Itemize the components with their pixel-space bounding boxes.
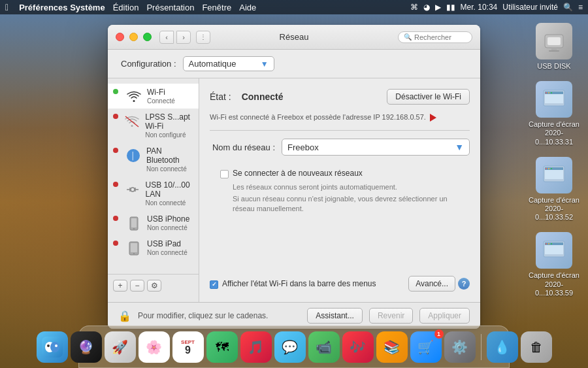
grid-menubar-icon[interactable]: ≡ (578, 3, 583, 12)
status-value: Connecté (242, 92, 284, 102)
sidebar-item-iphone[interactable]: USB iPhone Non connecté (108, 210, 199, 235)
sidebar-lan-name: USB 10/...00 LAN (146, 180, 192, 199)
screenshot1-label: Capture d'écran 2020-0...10.33.31 (528, 120, 580, 146)
svg-rect-12 (545, 167, 563, 170)
maximize-button[interactable] (143, 33, 152, 41)
sidebar-item-ipad[interactable]: USB iPad Non connecté (108, 235, 199, 260)
dock-launchpad[interactable]: 🚀 (105, 331, 136, 363)
config-label: Configuration : (121, 59, 176, 69)
svg-point-7 (546, 92, 547, 93)
svg-point-14 (548, 168, 549, 169)
assistant-button[interactable]: Assistant... (307, 308, 363, 324)
sidebar-ipad-status: Non connecté (147, 249, 188, 256)
minimize-button[interactable] (129, 33, 138, 41)
apple-menu[interactable]:  (5, 2, 8, 12)
sidebar-wifi-name: Wi-Fi (147, 88, 175, 97)
network-select-value: Freebox (287, 142, 455, 152)
desktop-icon-screenshot1[interactable]: Capture d'écran 2020-0...10.33.31 (528, 81, 580, 146)
config-select-value: Automatique (189, 59, 255, 69)
lpss-icon (124, 114, 140, 129)
remove-network-button[interactable]: − (130, 280, 144, 292)
svg-point-25 (131, 188, 135, 192)
svg-point-21 (551, 243, 552, 244)
right-panel: État : Connecté Désactiver le Wi-Fi Wi-F… (199, 78, 480, 302)
avance-button[interactable]: Avancé... (408, 276, 455, 292)
grid-view-button[interactable]: ⋮ (196, 31, 210, 44)
desktop-icon-screenshot3[interactable]: Capture d'écran 2020-0...10.33.59 (528, 232, 580, 297)
menu-aide[interactable]: Aide (239, 3, 256, 12)
menu-fenetre[interactable]: Fenêtre (202, 3, 231, 12)
desktop-icon-usb[interactable]: USB DISK (528, 23, 580, 71)
sidebar-bottom-controls: + − ⚙ (108, 274, 199, 297)
sidebar-ipad-text: USB iPad Non connecté (147, 239, 188, 256)
network-settings-button[interactable]: ⚙ (147, 280, 161, 292)
dock-items: 🔮 🚀 🌸 SEPT 9 🗺 🎵 (37, 331, 552, 365)
dock-messages[interactable]: 💬 (274, 331, 306, 363)
dock-itunes[interactable]: 🎵 (240, 331, 272, 363)
disable-wifi-button[interactable]: Désactiver le Wi-Fi (387, 89, 470, 105)
back-button[interactable]: ‹ (159, 31, 174, 44)
arrow-indicator-icon (430, 114, 436, 122)
window-titlebar: ‹ › ⋮ Réseau 🔍 (108, 25, 480, 50)
status-row: État : Connecté Désactiver le Wi-Fi (210, 89, 470, 105)
ipad-icon (126, 241, 142, 256)
svg-point-15 (551, 168, 552, 169)
dock-maps[interactable]: 🗺 (206, 331, 238, 363)
sidebar-bluetooth-text: PAN Bluetooth Non connecté (146, 146, 192, 173)
config-select-arrow: ▼ (261, 59, 269, 69)
svg-point-9 (551, 92, 552, 93)
svg-point-13 (546, 168, 547, 169)
sidebar-item-wifi[interactable]: Wi-Fi Connecté (108, 84, 199, 109)
sidebar-item-lpss[interactable]: LPSS S...apt Wi-Fi Non configuré (108, 109, 199, 142)
svg-rect-29 (131, 218, 137, 227)
sidebar-item-lan[interactable]: USB 10/...00 LAN Non connecté (108, 176, 199, 210)
menu-presentation[interactable]: Présentation (146, 3, 194, 12)
dock-books[interactable]: 📚 (376, 331, 408, 363)
menu-edition[interactable]: Édition (113, 3, 139, 12)
window-title: Réseau (280, 32, 309, 42)
desktop-icon-screenshot2[interactable]: Capture d'écran 2020-0...10.33.52 (528, 157, 580, 222)
lan-icon (125, 182, 140, 197)
window-content: Configuration : Automatique ▼ (108, 50, 480, 329)
dock-music[interactable]: 🎶 (342, 331, 374, 363)
show-menubar-row: Afficher l'état Wi-Fi dans la barre des … (210, 279, 376, 289)
auto-connect-checkbox[interactable] (220, 170, 229, 178)
screenshot1-icon (536, 81, 572, 118)
username[interactable]: Utilisateur invité (502, 3, 558, 12)
bluetooth-menubar-icon: ◕ (423, 3, 430, 12)
bluetooth-icon: │ (125, 148, 141, 163)
dock-calendar[interactable]: SEPT 9 (172, 331, 204, 363)
sidebar-iphone-text: USB iPhone Non connecté (147, 214, 189, 231)
dock-preferences[interactable]: ⚙️ (444, 331, 476, 363)
app-name[interactable]: Préférences Système (19, 3, 105, 12)
search-menubar-icon[interactable]: 🔍 (563, 3, 573, 12)
dock-photos[interactable]: 🌸 (139, 331, 170, 363)
sidebar-lan-status: Non connecté (146, 199, 192, 207)
auto-connect-label: Se connecter à de nouveaux réseaux (233, 169, 363, 178)
main-area: Wi-Fi Connecté (108, 78, 480, 302)
close-button[interactable] (116, 33, 124, 41)
network-select[interactable]: Freebox ▼ (282, 139, 470, 156)
sidebar-wifi-text: Wi-Fi Connecté (147, 88, 175, 105)
sidebar-item-bluetooth[interactable]: │ PAN Bluetooth Non connecté (108, 142, 199, 176)
forward-button[interactable]: › (176, 31, 191, 44)
revert-button[interactable]: Revenir (369, 308, 413, 324)
config-select[interactable]: Automatique ▼ (183, 56, 274, 71)
dock-facetime[interactable]: 📹 (308, 331, 340, 363)
dock-finder[interactable] (37, 331, 68, 363)
show-menubar-checkbox[interactable] (210, 280, 218, 289)
datetime[interactable]: Mer. 10:34 (461, 3, 498, 12)
wifi-menubar-icon: ⌘ (410, 3, 418, 12)
add-network-button[interactable]: + (113, 280, 127, 292)
dock-trash[interactable]: 🗑 (521, 331, 552, 363)
svg-rect-6 (545, 92, 563, 94)
dock-finder2[interactable]: 💧 (487, 331, 518, 363)
apply-button[interactable]: Appliquer (419, 308, 470, 324)
search-input[interactable] (414, 33, 466, 41)
dock-appstore[interactable]: 🛒 1 (410, 331, 442, 363)
help-button[interactable]: ? (458, 278, 470, 290)
search-bar[interactable]: 🔍 (398, 31, 472, 43)
dock-siri[interactable]: 🔮 (71, 331, 102, 363)
lock-icon[interactable]: 🔒 (118, 310, 131, 322)
auto-connect-sub1: Les réseaux connus seront joints automat… (233, 182, 470, 192)
